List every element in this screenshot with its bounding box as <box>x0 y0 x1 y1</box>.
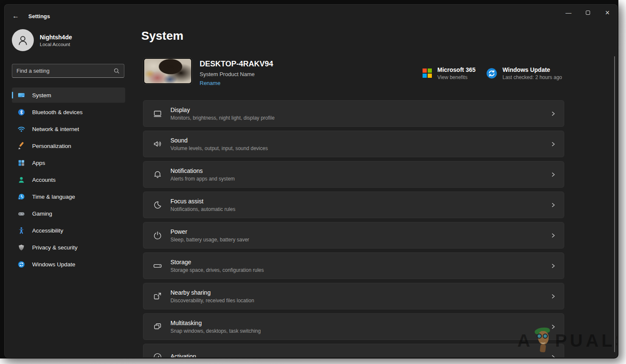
chevron-right-icon <box>550 172 556 178</box>
maximize-icon <box>586 11 590 15</box>
windows-update-card[interactable]: Windows Update Last checked: 2 hours ago <box>486 66 562 80</box>
card-display[interactable]: Display Monitors, brightness, night ligh… <box>143 100 564 127</box>
time-language-clock-icon <box>17 193 25 201</box>
scrollbar[interactable] <box>614 56 615 352</box>
watermark-text-prefix: A <box>517 331 533 351</box>
notifications-bell-icon <box>152 170 163 179</box>
privacy-shield-icon <box>17 244 25 252</box>
card-subtitle: Storage space, drives, configuration rul… <box>170 267 550 273</box>
sidebar-item-label: Accessibility <box>32 227 63 234</box>
settings-window: ← Settings — × Nightsh4de <box>4 4 618 358</box>
card-notifications[interactable]: Notifications Alerts from apps and syste… <box>143 161 564 188</box>
card-storage[interactable]: Storage Storage space, drives, configura… <box>143 252 564 279</box>
sidebar-item-personalization[interactable]: Personalization <box>12 138 125 153</box>
card-title: Focus assist <box>170 198 550 205</box>
card-subtitle: Sleep, battery usage, battery saver <box>170 237 550 243</box>
card-subtitle: Monitors, brightness, night light, displ… <box>170 115 550 121</box>
sidebar-item-label: Accounts <box>32 177 56 183</box>
card-title: Nearby sharing <box>170 289 550 296</box>
card-multitasking[interactable]: Multitasking Snap windows, desktops, tas… <box>143 313 564 340</box>
nearby-sharing-icon <box>152 291 163 301</box>
sound-speaker-icon <box>152 139 163 149</box>
screenshot-stage: ← Settings — × Nightsh4de <box>0 0 626 364</box>
sidebar-item-gaming[interactable]: Gaming <box>12 206 125 221</box>
sidebar-item-accounts[interactable]: Accounts <box>12 172 125 187</box>
chevron-right-icon <box>550 233 556 238</box>
microsoft-365-title: Microsoft 365 <box>437 66 475 73</box>
focus-assist-moon-icon <box>152 200 163 210</box>
sidebar-item-label: System <box>32 92 51 99</box>
page-title: System <box>141 29 184 43</box>
card-power[interactable]: Power Sleep, battery usage, battery save… <box>143 222 564 249</box>
appuals-watermark: A PUALS <box>517 328 618 354</box>
window-title: Settings <box>28 13 50 19</box>
view-benefits-link[interactable]: View benefits <box>437 74 475 80</box>
sidebar-item-accessibility[interactable]: Accessibility <box>12 223 125 238</box>
back-button[interactable]: ← <box>12 12 19 20</box>
back-arrow-icon: ← <box>12 12 19 20</box>
card-title: Display <box>170 107 550 113</box>
chevron-right-icon <box>550 141 556 147</box>
sidebar-item-system[interactable]: System <box>12 88 125 103</box>
microsoft-365-card[interactable]: Microsoft 365 View benefits <box>423 66 475 80</box>
user-profile[interactable]: Nightsh4de Local Account <box>12 29 72 51</box>
device-wallpaper-thumbnail <box>143 58 192 84</box>
search-box[interactable] <box>12 64 124 78</box>
sidebar-item-label: Apps <box>32 160 45 166</box>
gaming-gamepad-icon <box>17 210 25 218</box>
bluetooth-icon <box>17 108 25 116</box>
profile-account-type: Local Account <box>40 42 72 47</box>
titlebar: ← Settings <box>12 12 50 20</box>
watermark-text-suffix: PUALS <box>555 331 618 351</box>
card-subtitle: Notifications, automatic rules <box>170 206 550 212</box>
sidebar-item-privacy-security[interactable]: Privacy & security <box>12 240 125 255</box>
sidebar-item-label: Privacy & security <box>32 244 77 251</box>
card-title: Multitasking <box>170 320 550 326</box>
avatar <box>12 29 34 51</box>
sidebar-item-bluetooth-devices[interactable]: Bluetooth & devices <box>12 104 125 120</box>
windows-update-icon <box>17 260 25 268</box>
card-subtitle: Snap windows, desktops, task switching <box>170 328 550 334</box>
network-wifi-icon <box>17 125 25 133</box>
sidebar-item-windows-update[interactable]: Windows Update <box>12 257 125 272</box>
card-activation[interactable]: Activation <box>143 344 564 358</box>
card-title: Power <box>170 228 550 235</box>
person-icon <box>16 34 29 47</box>
close-button[interactable]: × <box>598 5 617 21</box>
system-icon <box>17 91 25 99</box>
card-nearby-sharing[interactable]: Nearby sharing Discoverability, received… <box>143 283 564 309</box>
appuals-mascot-icon <box>534 328 554 354</box>
chevron-right-icon <box>550 293 556 299</box>
apps-icon <box>17 159 25 167</box>
accounts-person-icon <box>17 176 25 184</box>
card-subtitle: Alerts from apps and system <box>170 176 550 182</box>
search-input[interactable] <box>12 68 113 74</box>
sidebar-item-label: Windows Update <box>32 261 75 268</box>
card-title: Storage <box>170 259 550 265</box>
card-subtitle: Volume levels, output, input, sound devi… <box>170 145 550 151</box>
sidebar-item-apps[interactable]: Apps <box>12 155 125 170</box>
chevron-right-icon <box>550 111 556 117</box>
display-icon <box>152 109 163 118</box>
card-sound[interactable]: Sound Volume levels, output, input, soun… <box>143 131 564 157</box>
sidebar-nav: System Bluetooth & devices <box>12 88 125 274</box>
close-icon: × <box>605 8 610 17</box>
multitasking-windows-icon <box>152 322 163 331</box>
personalization-brush-icon <box>17 142 25 150</box>
card-subtitle: Discoverability, received files location <box>170 298 550 304</box>
minimize-button[interactable]: — <box>559 5 578 21</box>
search-icon <box>113 68 120 74</box>
sidebar-item-label: Gaming <box>32 211 52 217</box>
card-focus-assist[interactable]: Focus assist Notifications, automatic ru… <box>143 192 564 218</box>
maximize-button[interactable] <box>578 5 598 21</box>
sidebar-item-network-internet[interactable]: Network & internet <box>12 121 125 137</box>
device-product-name: System Product Name <box>200 71 255 77</box>
card-title: Activation <box>170 353 550 358</box>
power-icon <box>152 230 163 240</box>
last-checked-status: Last checked: 2 hours ago <box>502 74 562 80</box>
accessibility-person-icon <box>17 227 25 235</box>
sidebar-item-time-language[interactable]: Time & language <box>12 189 125 204</box>
chevron-right-icon <box>550 263 556 269</box>
rename-link[interactable]: Rename <box>200 80 220 86</box>
chevron-right-icon <box>550 202 556 208</box>
